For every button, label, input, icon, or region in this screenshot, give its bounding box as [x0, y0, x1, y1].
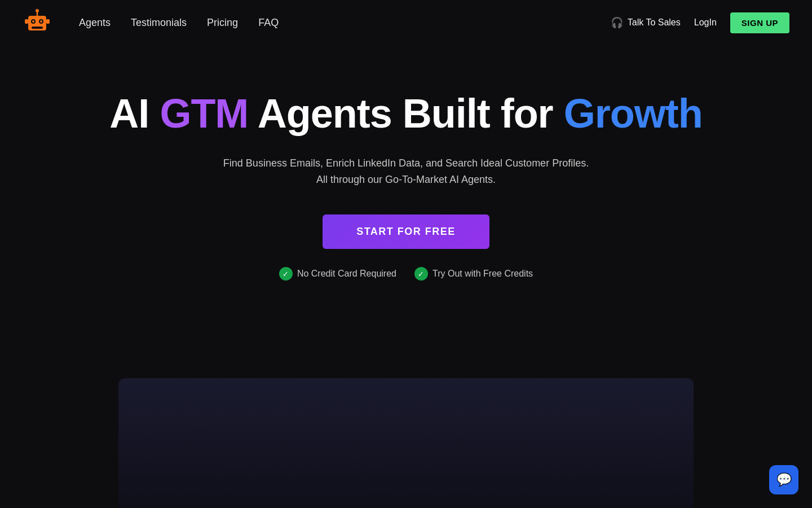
nav-links: Agents Testimonials Pricing FAQ [79, 17, 279, 29]
title-prefix: AI [109, 91, 160, 136]
nav-agents-link[interactable]: Agents [79, 17, 111, 29]
headphone-icon: 🎧 [611, 16, 623, 29]
title-gtm: GTM [160, 91, 248, 136]
svg-rect-8 [25, 19, 28, 24]
badge-no-credit-card: ✓ No Credit Card Required [279, 267, 396, 281]
subtitle-line2: All through our Go-To-Market AI Agents. [316, 174, 496, 185]
login-link[interactable]: LogIn [694, 17, 717, 28]
badge-free-credits: ✓ Try Out with Free Credits [414, 267, 533, 281]
talk-to-sales-label: Talk To Sales [628, 17, 681, 28]
svg-point-4 [40, 20, 42, 23]
subtitle-line1: Find Business Emails, Enrich LinkedIn Da… [223, 157, 589, 169]
svg-rect-5 [32, 27, 43, 29]
nav-right: 🎧 Talk To Sales LogIn SIGN UP [611, 12, 789, 33]
nav-left: Agents Testimonials Pricing FAQ [23, 8, 279, 37]
talk-to-sales-link[interactable]: 🎧 Talk To Sales [611, 16, 681, 29]
hero-title: AI GTM Agents Built for Growth [109, 90, 702, 137]
badge-free-credits-label: Try Out with Free Credits [433, 269, 533, 279]
logo-container[interactable] [23, 8, 52, 37]
hero-subtitle: Find Business Emails, Enrich LinkedIn Da… [223, 155, 589, 188]
hero-section: AI GTM Agents Built for Growth Find Busi… [0, 45, 812, 281]
check-icon-2: ✓ [414, 267, 428, 281]
badge-no-credit-card-label: No Credit Card Required [297, 269, 396, 279]
chat-button[interactable]: 💬 [769, 465, 798, 494]
navbar: Agents Testimonials Pricing FAQ 🎧 Talk T… [0, 0, 812, 45]
signup-button[interactable]: SIGN UP [730, 12, 789, 33]
svg-point-7 [36, 9, 39, 12]
video-container [118, 378, 694, 508]
title-growth: Growth [564, 91, 703, 136]
nav-pricing-link[interactable]: Pricing [207, 17, 238, 29]
title-middle: Agents Built for [248, 91, 563, 136]
logo-icon [23, 8, 52, 37]
start-for-free-button[interactable]: START FOR FREE [323, 214, 489, 249]
svg-point-3 [32, 20, 34, 23]
nav-faq-link[interactable]: FAQ [258, 17, 279, 29]
nav-testimonials-link[interactable]: Testimonials [131, 17, 187, 29]
check-icon-1: ✓ [279, 267, 293, 281]
chat-icon: 💬 [776, 472, 792, 487]
svg-rect-9 [46, 19, 50, 24]
badges-container: ✓ No Credit Card Required ✓ Try Out with… [279, 267, 533, 281]
